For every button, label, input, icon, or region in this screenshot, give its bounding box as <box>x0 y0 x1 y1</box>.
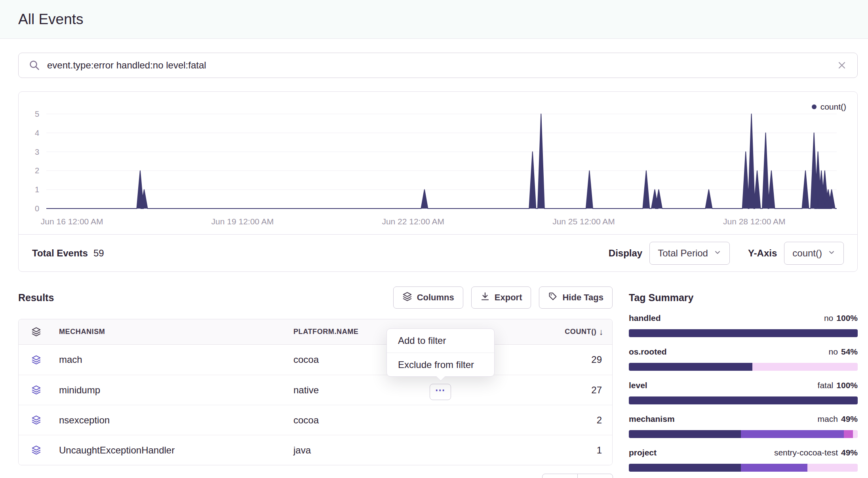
count-cell[interactable]: 29 <box>533 354 612 365</box>
tag-summary-title: Tag Summary <box>629 292 693 303</box>
yaxis-label: Y-Axis <box>748 248 777 259</box>
tag-bar-segment <box>629 329 858 337</box>
tag-top-value: sentry-cocoa-test49% <box>774 448 858 457</box>
tag-name: handled <box>629 313 661 323</box>
search-section: event.type:error handled:no level:fatal <box>18 53 858 78</box>
tag-value-percent: 49% <box>841 414 858 423</box>
tag-value-name: sentry-cocoa-test <box>774 448 838 457</box>
download-icon <box>480 292 490 303</box>
layers-icon <box>19 415 53 425</box>
yaxis-value: count() <box>792 248 822 259</box>
tag-item-level: levelfatal100% <box>629 381 858 404</box>
tag-distribution-bar[interactable] <box>629 396 858 404</box>
tag-value-name: no <box>824 313 833 322</box>
layers-icon <box>19 445 53 455</box>
count-cell[interactable]: 2 <box>533 415 612 426</box>
table-row[interactable]: UncaughtExceptionHandlerjava1 <box>19 435 612 465</box>
total-events: Total Events 59 <box>32 248 104 259</box>
tag-list: handledno100%os.rootedno54%levelfatal100… <box>629 313 858 472</box>
count-cell[interactable]: 1 <box>533 445 612 456</box>
hide-tags-button[interactable]: Hide Tags <box>539 286 613 309</box>
tag-top-value: mach49% <box>818 414 858 424</box>
chart-footer: Total Events 59 Display Total Period Y-A… <box>19 234 857 271</box>
tag-label-row: mechanismmach49% <box>629 414 858 426</box>
count-cell[interactable]: 27 <box>533 385 612 396</box>
y-axis-tick-label: 1 <box>35 185 39 194</box>
tag-label-row: levelfatal100% <box>629 381 858 393</box>
count-series <box>46 114 837 209</box>
next-page-button[interactable] <box>577 474 613 478</box>
tag-distribution-bar[interactable] <box>629 363 858 371</box>
table-row[interactable]: nsexceptioncocoa2 <box>19 405 612 435</box>
results-table: MECHANISMPLATFORM.NAMECOUNT()↓machcocoa2… <box>18 319 613 465</box>
mechanism-cell[interactable]: mach <box>53 354 288 365</box>
cell-actions-button[interactable]: ⋯ <box>430 384 451 400</box>
menu-item-add-to-filter[interactable]: Add to filter <box>387 329 494 353</box>
top-bar: All Events <box>0 0 868 39</box>
count-header-label: COUNT() <box>565 328 596 336</box>
tag-name: project <box>629 448 657 457</box>
mechanism-cell[interactable]: UncaughtExceptionHandler <box>53 445 288 456</box>
legend-dot <box>812 104 817 109</box>
tag-top-value: fatal100% <box>818 381 858 390</box>
tag-bar-segment <box>741 464 807 472</box>
results-header: Results ColumnsExportHide Tags <box>18 286 613 309</box>
tag-distribution-bar[interactable] <box>629 430 858 438</box>
discover-all-events-page: All Events event.type:error handled:no l… <box>0 0 868 478</box>
events-chart: 012345Jun 16 12:00 AMJun 19 12:00 AMJun … <box>19 92 857 234</box>
legend-label: count() <box>820 102 846 112</box>
tag-value-name: fatal <box>818 381 834 390</box>
search-bar[interactable]: event.type:error handled:no level:fatal <box>18 53 858 78</box>
tag-label-row: os.rootedno54% <box>629 347 858 359</box>
display-label: Display <box>609 248 642 259</box>
search-input[interactable]: event.type:error handled:no level:fatal <box>47 60 830 71</box>
tag-icon <box>548 292 558 303</box>
hide-tags-button-label: Hide Tags <box>562 292 603 303</box>
x-axis-tick-label: Jun 25 12:00 AM <box>552 217 615 226</box>
tag-distribution-bar[interactable] <box>629 329 858 337</box>
chart-legend[interactable]: count() <box>812 102 846 112</box>
mechanism-cell[interactable]: nsexception <box>53 415 288 426</box>
previous-page-button[interactable] <box>542 474 578 478</box>
display-period-select[interactable]: Total Period <box>649 242 730 265</box>
layers-icon <box>402 292 412 304</box>
export-button[interactable]: Export <box>471 286 531 309</box>
chevron-down-icon <box>714 248 721 259</box>
platform-cell[interactable]: java <box>288 445 533 456</box>
tag-name: level <box>629 381 647 390</box>
results-actions: ColumnsExportHide Tags <box>393 286 613 309</box>
table-row[interactable]: machcocoa29 <box>19 345 612 375</box>
clear-search-icon[interactable] <box>837 60 847 70</box>
layers-icon <box>19 355 53 365</box>
chart-controls: Display Total Period Y-Axis count() <box>609 242 844 265</box>
tag-value-percent: 100% <box>836 381 858 390</box>
cell-action-menu: Add to filterExclude from filter <box>386 328 495 377</box>
tag-value-percent: 49% <box>841 448 858 457</box>
platform-cell[interactable]: cocoa <box>288 415 533 426</box>
columns-button[interactable]: Columns <box>393 286 463 309</box>
results-title: Results <box>18 292 54 303</box>
column-header-mechanism[interactable]: MECHANISM <box>53 328 288 336</box>
tag-bar-segment <box>629 464 741 472</box>
tag-summary-header: Tag Summary <box>629 286 858 309</box>
tag-bar-segment <box>629 430 741 438</box>
tag-item-project: projectsentry-cocoa-test49% <box>629 448 858 472</box>
content-area: Results ColumnsExportHide Tags MECHANISM… <box>18 286 858 478</box>
mechanism-cell[interactable]: minidump <box>53 385 288 396</box>
tag-summary: Tag Summary handledno100%os.rootedno54%l… <box>629 286 858 478</box>
column-header-count[interactable]: COUNT()↓ <box>533 327 612 337</box>
events-chart-svg: 012345Jun 16 12:00 AMJun 19 12:00 AMJun … <box>19 92 856 234</box>
tag-item-mechanism: mechanismmach49% <box>629 414 858 438</box>
tag-item-handled: handledno100% <box>629 313 858 337</box>
tag-distribution-bar[interactable] <box>629 464 858 472</box>
y-axis-tick-label: 3 <box>35 148 39 156</box>
x-axis-tick-label: Jun 22 12:00 AM <box>382 217 444 226</box>
tag-bar-segment <box>853 430 858 438</box>
yaxis-select[interactable]: count() <box>784 242 844 265</box>
layers-icon <box>19 385 53 395</box>
tag-label-row: projectsentry-cocoa-test49% <box>629 448 858 460</box>
chevron-down-icon <box>828 248 836 259</box>
tag-label-row: handledno100% <box>629 313 858 325</box>
table-row[interactable]: minidumpnative27 <box>19 375 612 405</box>
platform-cell[interactable]: native <box>288 385 533 396</box>
